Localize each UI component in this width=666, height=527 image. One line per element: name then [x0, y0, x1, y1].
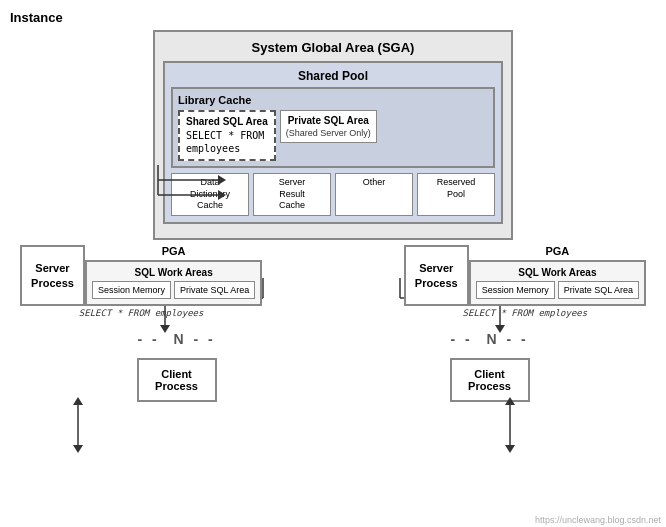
- right-section: ServerProcess PGA SQL Work Areas Session…: [404, 245, 646, 320]
- private-sql-area-shared: Private SQL Area (Shared Server Only): [280, 110, 377, 143]
- left-dashed-line: - - N - -: [137, 331, 215, 347]
- left-session-memory: Session Memory: [92, 281, 171, 299]
- sga-title: System Global Area (SGA): [163, 40, 503, 55]
- pool-cell-dict: DataDictionaryCache: [171, 173, 249, 216]
- svg-marker-18: [505, 445, 515, 453]
- sql-code: SELECT * FROMemployees: [186, 129, 268, 155]
- shared-sql-area-title: Shared SQL Area: [186, 116, 268, 127]
- left-client-process: ClientProcess: [137, 358, 217, 402]
- left-server-process-box: ServerProcess: [20, 245, 85, 306]
- pool-cell-other: Other: [335, 173, 413, 216]
- left-select-query: SELECT * FROM employees: [79, 308, 204, 318]
- svg-marker-15: [73, 445, 83, 453]
- library-cache-title: Library Cache: [178, 94, 488, 106]
- shared-pool-title: Shared Pool: [171, 69, 495, 83]
- pool-cell-result: ServerResultCache: [253, 173, 331, 216]
- right-pga-label: PGA: [469, 245, 646, 257]
- right-sql-work-areas: SQL Work Areas: [476, 267, 639, 278]
- right-private-sql-area: Private SQL Area: [558, 281, 639, 299]
- left-section: ServerProcess PGA SQL Work Areas Session…: [20, 245, 262, 320]
- private-sql-title: Private SQL Area: [286, 115, 371, 126]
- right-pga-box: SQL Work Areas Session Memory Private SQ…: [469, 260, 646, 306]
- private-sql-subtitle: (Shared Server Only): [286, 128, 371, 138]
- library-cache-box: Library Cache Shared SQL Area SELECT * F…: [171, 87, 495, 168]
- right-client-process: ClientProcess: [450, 358, 530, 402]
- sga-box: System Global Area (SGA) Shared Pool Lib…: [153, 30, 513, 240]
- right-session-memory: Session Memory: [476, 281, 555, 299]
- instance-label: Instance: [10, 10, 656, 25]
- left-pga-label: PGA: [85, 245, 262, 257]
- watermark: https://unclewang.blog.csdn.net: [535, 515, 661, 525]
- shared-sql-area: Shared SQL Area SELECT * FROMemployees: [178, 110, 276, 161]
- right-dashed-line: - - N - -: [450, 331, 528, 347]
- left-sql-work-areas: SQL Work Areas: [92, 267, 255, 278]
- pool-cell-reserved: ReservedPool: [417, 173, 495, 216]
- right-server-process-box: ServerProcess: [404, 245, 469, 306]
- left-pga-box: SQL Work Areas Session Memory Private SQ…: [85, 260, 262, 306]
- left-private-sql-area: Private SQL Area: [174, 281, 255, 299]
- right-select-query: SELECT * FROM employees: [463, 308, 588, 318]
- shared-pool-box: Shared Pool Library Cache Shared SQL Are…: [163, 61, 503, 224]
